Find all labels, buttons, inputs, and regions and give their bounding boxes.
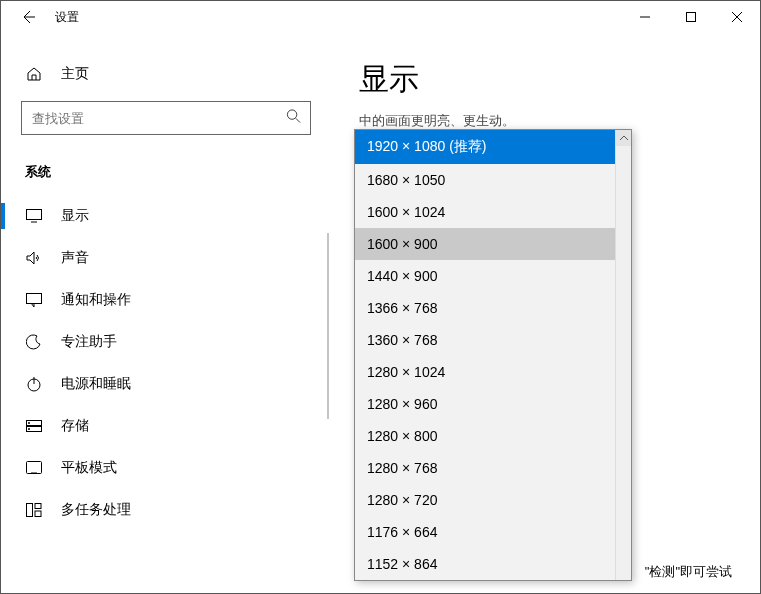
scroll-up-button[interactable] [616, 130, 631, 146]
close-button[interactable] [714, 1, 760, 33]
svg-rect-10 [27, 504, 33, 517]
maximize-icon [686, 12, 696, 22]
sidebar-group-label: 系统 [1, 135, 331, 195]
sidebar: 主页 系统 显示 声音 通知和操作 [1, 33, 331, 593]
window-title: 设置 [55, 9, 79, 26]
resolution-option[interactable]: 1680 × 1050 [355, 164, 631, 196]
close-icon [732, 12, 742, 22]
window-controls [622, 1, 760, 33]
sidebar-item-label: 通知和操作 [61, 291, 131, 309]
sidebar-item-multitasking[interactable]: 多任务处理 [1, 489, 331, 531]
chevron-up-icon [620, 134, 628, 142]
minimize-icon [640, 12, 650, 22]
sidebar-item-focus-assist[interactable]: 专注助手 [1, 321, 331, 363]
sidebar-item-label: 多任务处理 [61, 501, 131, 519]
sidebar-item-sound[interactable]: 声音 [1, 237, 331, 279]
focus-assist-icon [25, 333, 43, 351]
sidebar-item-display[interactable]: 显示 [1, 195, 331, 237]
nav-list: 显示 声音 通知和操作 专注助手 电源和睡眠 [1, 195, 331, 531]
resolution-option[interactable]: 1366 × 768 [355, 292, 631, 324]
svg-point-8 [28, 428, 29, 429]
sidebar-item-label: 平板模式 [61, 459, 117, 477]
resolution-option[interactable]: 1280 × 1024 [355, 356, 631, 388]
search-wrap [21, 101, 311, 135]
resolution-option[interactable]: 1176 × 664 [355, 516, 631, 548]
display-icon [25, 207, 43, 225]
sidebar-item-label: 电源和睡眠 [61, 375, 131, 393]
resolution-option[interactable]: 1600 × 1024 [355, 196, 631, 228]
resolution-option[interactable]: 1440 × 900 [355, 260, 631, 292]
minimize-button[interactable] [622, 1, 668, 33]
sidebar-item-storage[interactable]: 存储 [1, 405, 331, 447]
storage-icon [25, 417, 43, 435]
home-icon [25, 65, 43, 83]
svg-rect-2 [27, 210, 42, 220]
settings-window: 设置 主页 [0, 0, 761, 594]
home-label: 主页 [61, 65, 89, 83]
resolution-option[interactable]: 1280 × 720 [355, 484, 631, 516]
sidebar-item-label: 专注助手 [61, 333, 117, 351]
resolution-option[interactable]: 1280 × 960 [355, 388, 631, 420]
titlebar: 设置 [1, 1, 760, 33]
sound-icon [25, 249, 43, 267]
resolution-dropdown: 1920 × 1080 (推荐) 1680 × 1050 1600 × 1024… [354, 129, 632, 581]
home-item[interactable]: 主页 [1, 53, 331, 95]
sidebar-item-label: 存储 [61, 417, 89, 435]
svg-rect-11 [35, 504, 41, 509]
power-icon [25, 375, 43, 393]
page-title: 显示 [359, 59, 740, 100]
notification-icon [25, 291, 43, 309]
search-icon [286, 109, 301, 128]
sidebar-item-tablet-mode[interactable]: 平板模式 [1, 447, 331, 489]
titlebar-left: 设置 [1, 8, 79, 26]
maximize-button[interactable] [668, 1, 714, 33]
cutoff-text: 中的画面更明亮、更生动。 [359, 112, 740, 130]
sidebar-item-label: 显示 [61, 207, 89, 225]
tablet-icon [25, 459, 43, 477]
svg-rect-12 [35, 511, 41, 517]
search-input[interactable] [21, 101, 311, 135]
sidebar-scrollbar[interactable] [327, 233, 329, 419]
svg-rect-9 [27, 462, 42, 474]
resolution-option[interactable]: 1280 × 768 [355, 452, 631, 484]
back-button[interactable] [19, 8, 37, 26]
resolution-option[interactable]: 1360 × 768 [355, 324, 631, 356]
resolution-option[interactable]: 1280 × 800 [355, 420, 631, 452]
svg-point-7 [28, 422, 29, 423]
sidebar-item-label: 声音 [61, 249, 89, 267]
resolution-option[interactable]: 1600 × 900 [355, 228, 631, 260]
multitasking-icon [25, 501, 43, 519]
svg-point-1 [287, 110, 296, 119]
resolution-option[interactable]: 1920 × 1080 (推荐) [355, 130, 631, 164]
svg-rect-0 [687, 13, 696, 22]
sidebar-item-power-sleep[interactable]: 电源和睡眠 [1, 363, 331, 405]
dropdown-scrollbar[interactable] [615, 130, 631, 580]
svg-rect-3 [27, 294, 42, 304]
back-arrow-icon [20, 9, 36, 25]
resolution-option[interactable]: 1152 × 864 [355, 548, 631, 580]
sidebar-item-notifications[interactable]: 通知和操作 [1, 279, 331, 321]
detect-hint-text: "检测"即可尝试 [645, 563, 732, 581]
